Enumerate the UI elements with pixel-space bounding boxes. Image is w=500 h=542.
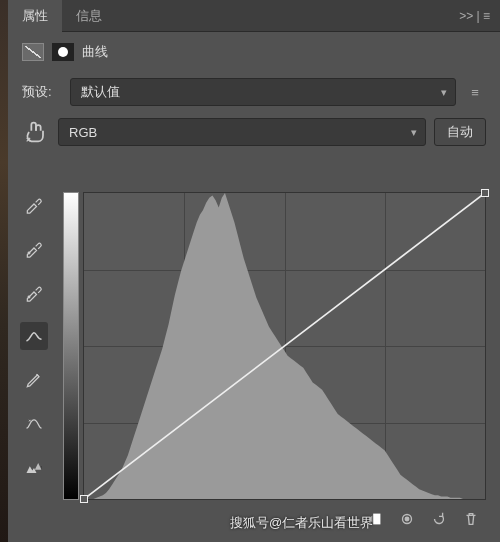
- curves-adjustment-icon: [22, 43, 44, 61]
- smooth-curve-icon[interactable]: [20, 410, 48, 438]
- black-point-eyedropper-icon[interactable]: [20, 190, 48, 218]
- targeted-adjustment-icon[interactable]: [22, 118, 50, 146]
- channel-value: RGB: [69, 125, 97, 140]
- layer-mask-icon: [52, 43, 74, 61]
- white-point-eyedropper-icon[interactable]: [20, 278, 48, 306]
- tab-info[interactable]: 信息: [62, 0, 116, 32]
- chevron-down-icon: ▾: [441, 86, 447, 99]
- curves-graph[interactable]: [83, 192, 486, 500]
- tab-bar: 属性 信息 >> | ≡: [8, 0, 500, 32]
- svg-point-0: [28, 252, 30, 254]
- collapse-panel-button[interactable]: >> | ≡: [449, 9, 500, 23]
- curves-graph-area: [63, 192, 486, 500]
- svg-line-3: [84, 193, 485, 499]
- chevron-down-icon: ▾: [411, 126, 417, 139]
- curve-handle-black[interactable]: [80, 495, 88, 503]
- channel-row: RGB ▾ 自动: [8, 112, 500, 152]
- curves-tools: !: [20, 190, 48, 482]
- adjustment-title: 曲线: [82, 43, 108, 61]
- edit-points-icon[interactable]: [20, 322, 48, 350]
- preset-menu-icon[interactable]: ≡: [464, 85, 486, 100]
- curve-line: [84, 193, 485, 499]
- preset-label: 预设:: [22, 83, 62, 101]
- adjustment-header: 曲线: [8, 32, 500, 72]
- svg-point-1: [28, 296, 30, 298]
- reset-icon[interactable]: [430, 510, 448, 528]
- clip-warning-icon[interactable]: !: [20, 454, 48, 482]
- draw-curve-pencil-icon[interactable]: [20, 366, 48, 394]
- output-gradient: [63, 192, 79, 500]
- preset-row: 预设: 默认值 ▾ ≡: [8, 72, 500, 112]
- svg-rect-4: [373, 514, 380, 525]
- view-previous-icon[interactable]: [398, 510, 416, 528]
- delete-icon[interactable]: [462, 510, 480, 528]
- channel-select[interactable]: RGB ▾: [58, 118, 426, 146]
- curve-handle-white[interactable]: [481, 189, 489, 197]
- panel-footer: [8, 504, 500, 534]
- tab-properties[interactable]: 属性: [8, 0, 62, 32]
- clip-toggle-icon[interactable]: [366, 510, 384, 528]
- preset-value: 默认值: [81, 83, 120, 101]
- auto-button[interactable]: 自动: [434, 118, 486, 146]
- gray-point-eyedropper-icon[interactable]: [20, 234, 48, 262]
- svg-text:!: !: [41, 465, 43, 471]
- preset-select[interactable]: 默认值 ▾: [70, 78, 456, 106]
- svg-point-6: [405, 517, 409, 521]
